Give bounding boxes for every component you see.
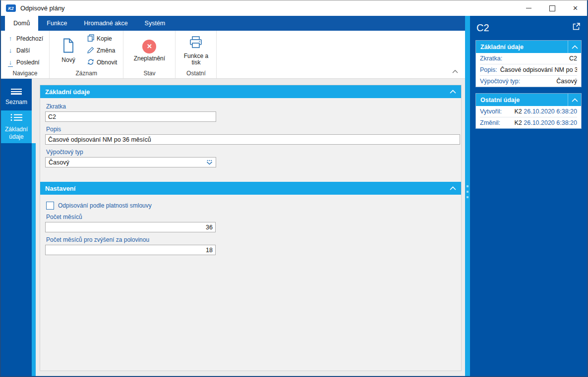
list-icon bbox=[10, 113, 23, 123]
panel-splitter[interactable] bbox=[465, 16, 470, 376]
sidebar-item-seznam-label: Seznam bbox=[5, 99, 27, 106]
row-label: Zkratka: bbox=[480, 55, 502, 62]
row-label: Změnil: bbox=[480, 119, 500, 126]
workspace: Seznam Základní údaje bbox=[1, 79, 465, 376]
minimize-icon bbox=[526, 8, 531, 8]
invalidate-icon: ✕ bbox=[142, 40, 156, 54]
sidebar-accent-strip bbox=[32, 143, 36, 376]
pocet-mesicu-zvyseni-input[interactable] bbox=[45, 245, 216, 255]
window-controls: ✕ bbox=[517, 0, 587, 16]
preview-card-title: Základní údaje bbox=[480, 44, 524, 51]
preview-card-ostatni-udaje: Ostatní údaje Vytvořil: K2 26.10.2020 6:… bbox=[475, 93, 582, 129]
odpisovani-podle-platnosti-label: Odpisování podle platnosti smlouvy bbox=[58, 202, 152, 209]
pocet-mesicu-input[interactable] bbox=[45, 222, 216, 232]
vypoctovy-typ-label: Výpočtový typ bbox=[46, 149, 456, 156]
close-button[interactable]: ✕ bbox=[564, 0, 587, 16]
printer-icon bbox=[189, 36, 203, 51]
sidebar-item-zakladni-udaje[interactable]: Základní údaje bbox=[1, 110, 32, 143]
preview-card-header[interactable]: Ostatní údaje bbox=[476, 94, 581, 106]
menu-icon bbox=[11, 87, 22, 96]
tab-domu[interactable]: Domů bbox=[5, 16, 38, 31]
popis-input[interactable] bbox=[45, 134, 460, 145]
copy-icon bbox=[87, 34, 94, 43]
collapse-section-icon[interactable] bbox=[450, 186, 456, 190]
dalsi-button[interactable]: ↓ Další bbox=[4, 45, 46, 56]
vypoctovy-typ-value: Časový bbox=[49, 159, 69, 166]
ribbon-group-ostatni: Funkce a tisk Ostatní bbox=[176, 31, 217, 78]
preview-title: C2 bbox=[476, 22, 489, 34]
maximize-icon bbox=[549, 5, 555, 11]
zkratka-label: Zkratka bbox=[46, 103, 456, 110]
minimize-button[interactable] bbox=[517, 0, 540, 16]
dalsi-label: Další bbox=[16, 47, 30, 54]
external-link-icon bbox=[572, 22, 581, 31]
zmena-label: Změna bbox=[97, 47, 115, 54]
ribbon-group-zaznam: Nový Kopie bbox=[50, 31, 123, 78]
novy-label: Nový bbox=[61, 57, 75, 64]
preview-row-zkratka: Zkratka: C2 bbox=[480, 53, 577, 64]
kopie-button[interactable]: Kopie bbox=[84, 33, 120, 45]
predchozi-label: Předchozí bbox=[16, 35, 43, 42]
row-label: Výpočtový typ: bbox=[480, 78, 520, 85]
sidebar-item-zakladni-udaje-label: Základní údaje bbox=[2, 126, 31, 140]
close-icon: ✕ bbox=[573, 5, 578, 11]
ribbon-tabbar: Domů Funkce Hromadné akce Systém bbox=[1, 16, 465, 31]
row-value: Časový bbox=[556, 78, 577, 85]
obnovit-label: Obnovit bbox=[97, 59, 117, 66]
novy-button[interactable]: Nový bbox=[53, 36, 84, 65]
preview-row-vytvoril: Vytvořil: K2 26.10.2020 6:38:20 bbox=[480, 106, 577, 117]
sidebar-item-seznam[interactable]: Seznam bbox=[1, 83, 32, 110]
ribbon-group-label-navigace: Navigace bbox=[1, 68, 49, 78]
zmena-button[interactable]: Změna bbox=[84, 45, 120, 56]
obnovit-button[interactable]: Obnovit bbox=[84, 56, 120, 68]
collapse-card-button[interactable] bbox=[568, 41, 581, 53]
funkce-a-tisk-button[interactable]: Funkce a tisk bbox=[178, 33, 213, 67]
kopie-label: Kopie bbox=[97, 35, 112, 42]
row-label: Popis: bbox=[480, 66, 497, 73]
refresh-icon bbox=[87, 58, 94, 66]
form-panel: Základní údaje Zkratka Popis Výpočtový t… bbox=[40, 85, 462, 371]
collapse-card-button[interactable] bbox=[568, 94, 581, 106]
maximize-button[interactable] bbox=[540, 0, 564, 16]
posledni-button[interactable]: ↓ Poslední bbox=[4, 56, 46, 68]
ribbon-group-navigace: ↑ Předchozí ↓ Další ↓ Poslední bbox=[1, 31, 50, 78]
posledni-label: Poslední bbox=[16, 59, 40, 66]
funkce-a-tisk-label: Funkce a tisk bbox=[180, 53, 212, 67]
zneplatneni-button[interactable]: ✕ Zneplatnění bbox=[126, 37, 172, 63]
collapse-ribbon-button[interactable] bbox=[452, 66, 458, 75]
row-value: K2 26.10.2020 6:38:20 bbox=[514, 119, 577, 126]
arrow-up-icon: ↑ bbox=[7, 35, 14, 42]
section-header-nastaveni[interactable]: Nastavení bbox=[40, 182, 461, 195]
open-in-window-button[interactable] bbox=[572, 22, 581, 33]
collapse-section-icon[interactable] bbox=[450, 90, 456, 94]
predchozi-button[interactable]: ↑ Předchozí bbox=[4, 33, 46, 45]
preview-row-popis: Popis: Časové odpisování NM po 36 ... bbox=[480, 64, 577, 76]
row-value: C2 bbox=[569, 55, 577, 62]
ribbon-group-stav: ✕ Zneplatnění Stav bbox=[123, 31, 176, 78]
zkratka-input[interactable] bbox=[45, 111, 216, 122]
section-header-zakladni-udaje[interactable]: Základní údaje bbox=[40, 85, 461, 98]
section-nastaveni: Nastavení Odpisování podle platnosti sml… bbox=[40, 182, 461, 262]
section-title: Nastavení bbox=[45, 185, 75, 192]
ribbon-group-label-stav: Stav bbox=[123, 68, 175, 78]
vypoctovy-typ-select[interactable]: Časový bbox=[45, 157, 216, 167]
arrow-down-icon: ↓ bbox=[7, 47, 14, 54]
odpisovani-podle-platnosti-checkbox[interactable] bbox=[46, 202, 54, 210]
new-document-icon bbox=[62, 38, 74, 55]
pocet-mesicu-zvyseni-label: Počet měsíců pro zvýšení za polovinou bbox=[46, 236, 456, 243]
section-title: Základní údaje bbox=[45, 88, 90, 96]
section-zakladni-udaje: Základní údaje Zkratka Popis Výpočtový t… bbox=[40, 85, 461, 174]
tab-hromadne-akce[interactable]: Hromadné akce bbox=[75, 16, 136, 31]
chevron-up-icon bbox=[572, 45, 578, 49]
dropdown-icon bbox=[206, 160, 213, 165]
chevron-up-icon bbox=[452, 70, 458, 73]
sidebar: Seznam Základní údaje bbox=[1, 79, 32, 376]
titlebar: K2 Odpisové plány ✕ bbox=[1, 0, 587, 16]
tab-system[interactable]: Systém bbox=[136, 16, 174, 31]
row-label: Vytvořil: bbox=[480, 108, 502, 115]
preview-row-zmenil: Změnil: K2 26.10.2020 6:38:20 bbox=[480, 117, 577, 128]
app-window: K2 Odpisové plány ✕ Domů Funkce Hromadné… bbox=[0, 0, 588, 377]
ribbon-group-label-zaznam: Záznam bbox=[50, 68, 123, 78]
preview-card-header[interactable]: Základní údaje bbox=[476, 41, 581, 53]
tab-funkce[interactable]: Funkce bbox=[38, 16, 75, 31]
